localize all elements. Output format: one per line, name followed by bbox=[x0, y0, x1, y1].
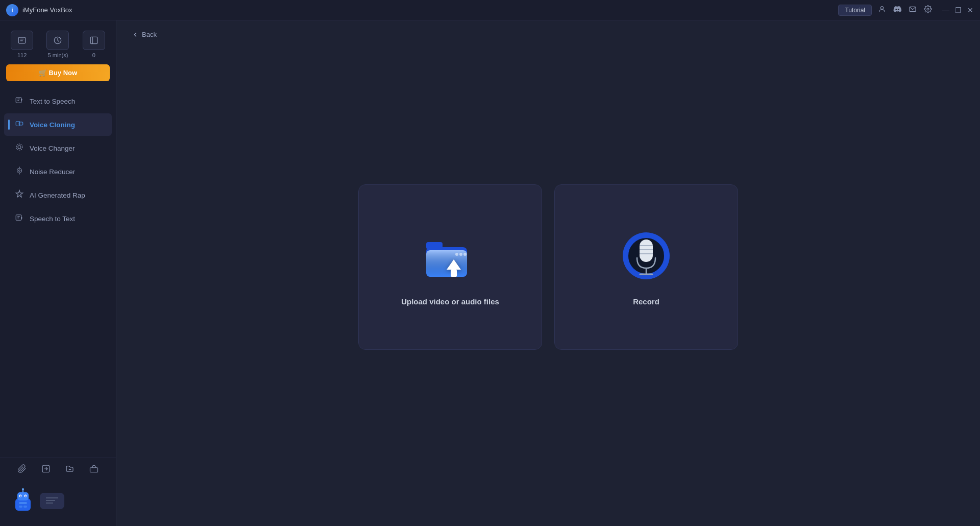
chars-value: 112 bbox=[17, 52, 27, 58]
stats-row: 112 5 min(s) 0 bbox=[0, 27, 116, 64]
ai-rap-icon bbox=[14, 189, 24, 201]
svg-rect-36 bbox=[23, 506, 27, 508]
tutorial-button[interactable]: Tutorial bbox=[838, 5, 872, 16]
merge-icon[interactable] bbox=[65, 464, 75, 476]
sidebar-label-voice-changer: Voice Changer bbox=[30, 145, 75, 152]
speech-to-text-icon bbox=[14, 213, 24, 224]
upload-card-label: Upload video or audio files bbox=[401, 297, 499, 306]
back-button[interactable]: Back bbox=[132, 31, 157, 38]
upload-card[interactable]: Upload video or audio files bbox=[358, 184, 542, 350]
noise-reducer-icon bbox=[14, 166, 24, 177]
files-icon-box bbox=[83, 31, 105, 50]
record-card-label: Record bbox=[633, 297, 659, 306]
toolbox-icon[interactable] bbox=[89, 464, 99, 476]
buy-now-button[interactable]: 🛒 Buy Now bbox=[6, 64, 110, 81]
sidebar-label-text-to-speech: Text to Speech bbox=[30, 98, 75, 105]
svg-point-47 bbox=[463, 253, 467, 256]
svg-rect-25 bbox=[90, 468, 97, 472]
svg-rect-27 bbox=[17, 492, 29, 500]
clip-icon[interactable] bbox=[17, 464, 27, 476]
sidebar-item-voice-cloning[interactable]: Voice Cloning bbox=[4, 113, 112, 136]
titlebar-action-icons bbox=[878, 5, 932, 15]
voice-changer-icon bbox=[14, 142, 24, 154]
svg-point-30 bbox=[20, 495, 21, 496]
maximize-button[interactable]: ❐ bbox=[954, 7, 962, 14]
mail-icon[interactable] bbox=[909, 5, 917, 15]
loop-icon[interactable] bbox=[41, 464, 51, 476]
sidebar-label-noise-reducer: Noise Reducer bbox=[30, 168, 75, 176]
svg-rect-52 bbox=[640, 240, 653, 262]
svg-point-0 bbox=[880, 6, 883, 9]
app-logo: i bbox=[6, 4, 18, 16]
svg-rect-42 bbox=[426, 242, 443, 249]
user-icon[interactable] bbox=[878, 5, 886, 15]
svg-point-33 bbox=[22, 488, 24, 490]
app-title: iMyFone VoxBox bbox=[22, 6, 838, 14]
svg-point-14 bbox=[18, 146, 21, 149]
settings-icon[interactable] bbox=[924, 5, 932, 15]
svg-point-17 bbox=[19, 170, 20, 172]
svg-point-16 bbox=[17, 169, 22, 173]
bot-icon bbox=[10, 488, 36, 514]
svg-point-2 bbox=[927, 8, 929, 10]
sidebar-label-speech-to-text: Speech to Text bbox=[30, 215, 75, 223]
bot-mascot bbox=[0, 482, 116, 520]
stat-time: 5 min(s) bbox=[46, 31, 69, 58]
svg-point-31 bbox=[25, 495, 26, 496]
cards-container: Upload video or audio files bbox=[132, 49, 965, 516]
stat-files: 0 bbox=[83, 31, 105, 58]
sidebar-item-text-to-speech[interactable]: Text to Speech bbox=[4, 90, 112, 112]
sidebar-item-speech-to-text[interactable]: Speech to Text bbox=[4, 207, 112, 230]
chars-icon-box bbox=[11, 31, 33, 50]
stat-chars: 112 bbox=[11, 31, 33, 58]
close-button[interactable]: ✕ bbox=[967, 7, 974, 14]
svg-rect-49 bbox=[451, 270, 457, 277]
svg-rect-3 bbox=[18, 37, 25, 43]
window-controls: — ❐ ✕ bbox=[942, 7, 974, 14]
svg-point-45 bbox=[455, 253, 458, 256]
svg-point-15 bbox=[16, 144, 22, 150]
sidebar-item-voice-changer[interactable]: Voice Changer bbox=[4, 137, 112, 159]
app-body: 112 5 min(s) 0 🛒 Buy Now Text to Sp bbox=[0, 20, 980, 526]
discord-icon[interactable] bbox=[893, 5, 901, 15]
time-value: 5 min(s) bbox=[48, 52, 68, 58]
back-label: Back bbox=[142, 31, 157, 38]
sidebar-bottom-toolbar bbox=[0, 458, 116, 482]
text-to-speech-icon bbox=[14, 95, 24, 107]
svg-rect-35 bbox=[19, 506, 22, 508]
sidebar-item-ai-generated-rap[interactable]: AI Generated Rap bbox=[4, 184, 112, 206]
time-icon-box bbox=[46, 31, 69, 50]
titlebar: i iMyFone VoxBox Tutorial — ❐ ✕ bbox=[0, 0, 980, 20]
svg-rect-20 bbox=[16, 215, 21, 221]
sidebar-label-ai-generated-rap: AI Generated Rap bbox=[30, 192, 85, 199]
record-icon bbox=[616, 228, 677, 289]
upload-icon bbox=[420, 228, 481, 289]
main-content: Back bbox=[116, 20, 980, 526]
voice-cloning-icon bbox=[14, 119, 24, 130]
svg-rect-7 bbox=[90, 37, 97, 43]
record-card[interactable]: Record bbox=[554, 184, 738, 350]
svg-point-46 bbox=[459, 253, 462, 256]
minimize-button[interactable]: — bbox=[942, 7, 949, 14]
sidebar-label-voice-cloning: Voice Cloning bbox=[30, 121, 75, 129]
bot-chat-bubble bbox=[40, 493, 64, 509]
svg-rect-34 bbox=[19, 502, 27, 504]
files-value: 0 bbox=[92, 52, 95, 58]
sidebar-item-noise-reducer[interactable]: Noise Reducer bbox=[4, 160, 112, 183]
svg-rect-9 bbox=[16, 98, 21, 103]
sidebar: 112 5 min(s) 0 🛒 Buy Now Text to Sp bbox=[0, 20, 116, 526]
